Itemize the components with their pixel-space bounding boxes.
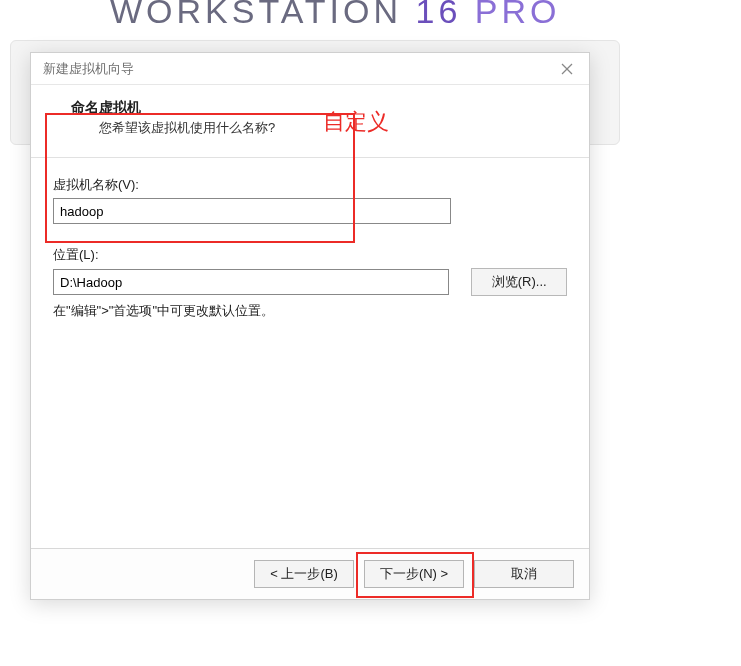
next-button[interactable]: 下一步(N) >: [364, 560, 464, 588]
cancel-button[interactable]: 取消: [474, 560, 574, 588]
dialog-title: 新建虚拟机向导: [43, 60, 134, 78]
location-hint: 在"编辑">"首选项"中可更改默认位置。: [53, 302, 567, 320]
close-button[interactable]: [555, 57, 579, 81]
vm-name-input[interactable]: [53, 198, 451, 224]
annotation-custom: 自定义: [323, 107, 389, 137]
vm-location-input[interactable]: [53, 269, 449, 295]
vm-location-field: 位置(L): 浏览(R)... 在"编辑">"首选项"中可更改默认位置。: [53, 246, 567, 320]
vm-name-label: 虚拟机名称(V):: [53, 176, 567, 194]
vm-name-field: 虚拟机名称(V):: [53, 176, 567, 224]
vm-location-label: 位置(L):: [53, 246, 567, 264]
dialog-body: 虚拟机名称(V): 位置(L): 浏览(R)... 在"编辑">"首选项"中可更…: [31, 158, 589, 548]
browse-button[interactable]: 浏览(R)...: [471, 268, 567, 296]
dialog-header: 命名虚拟机 您希望该虚拟机使用什么名称? 自定义: [31, 85, 589, 151]
app-branding: WORKSTATION 16 PRO: [110, 0, 560, 31]
dialog-footer: < 上一步(B) 下一步(N) > 取消: [31, 549, 589, 599]
header-title: 命名虚拟机: [71, 99, 563, 117]
new-vm-wizard-dialog: 新建虚拟机向导 命名虚拟机 您希望该虚拟机使用什么名称? 自定义 虚拟机名称(V…: [30, 52, 590, 600]
dialog-titlebar: 新建虚拟机向导: [31, 53, 589, 85]
back-button[interactable]: < 上一步(B): [254, 560, 354, 588]
close-icon: [561, 63, 573, 75]
